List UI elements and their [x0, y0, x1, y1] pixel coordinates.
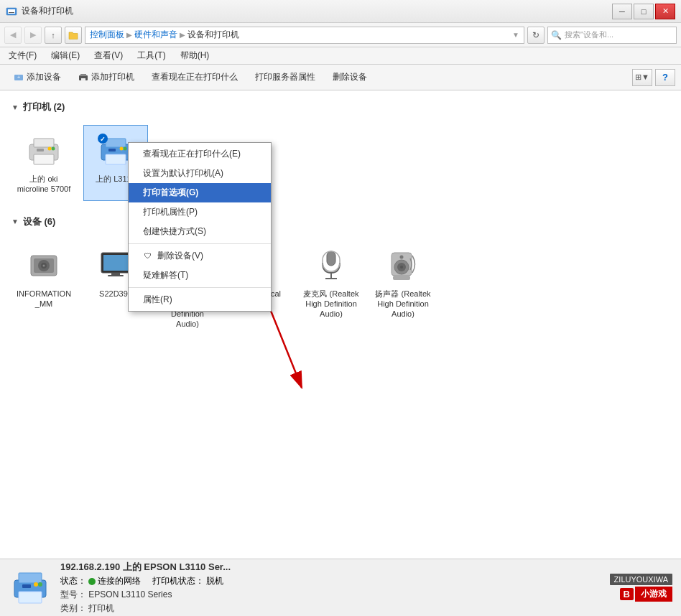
view-print-queue-button[interactable]: 查看现在正在打印什么 — [144, 67, 246, 88]
device-label-info-mm: INFORMATION_MM — [15, 289, 73, 309]
search-bar[interactable]: 🔍 搜索"设备和... — [547, 27, 677, 44]
printers-section-title: 打印机 (2) — [23, 101, 65, 113]
device-item-info-mm[interactable]: INFORMATION_MM — [11, 240, 76, 336]
breadcrumb-controlpanel[interactable]: 控制面板 — [90, 29, 124, 41]
svg-rect-28 — [103, 255, 128, 271]
svg-rect-6 — [80, 74, 86, 76]
breadcrumb-current: 设备和打印机 — [187, 29, 239, 41]
add-device-button[interactable]: + 添加设备 — [6, 67, 69, 88]
breadcrumb-dropdown[interactable]: ▼ — [512, 31, 519, 39]
svg-rect-10 — [34, 154, 54, 164]
close-button[interactable]: ✕ — [655, 4, 675, 19]
ctx-delete-icon: 🛡 — [143, 251, 153, 261]
svg-rect-7 — [81, 78, 85, 81]
device-item-speaker[interactable]: 扬声器 (Realtek High Definition Audio) — [371, 240, 435, 336]
status-category: 类别： 打印机 — [60, 602, 114, 615]
devices-section-title: 设备 (6) — [23, 215, 56, 228]
title-bar-controls: ─ □ ✕ — [612, 4, 675, 19]
svg-point-57 — [34, 582, 38, 587]
svg-rect-55 — [22, 584, 31, 588]
minimize-button[interactable]: ─ — [612, 4, 632, 19]
watermark-brand: B — [620, 588, 634, 600]
ctx-printer-props[interactable]: 打印机属性(P) — [129, 202, 271, 222]
menu-bar: 文件(F) 编辑(E) 查看(V) 工具(T) 帮助(H) — [0, 47, 681, 65]
svg-rect-29 — [111, 273, 120, 275]
breadcrumb-hardware[interactable]: 硬件和声音 — [134, 29, 177, 41]
ctx-view-print-queue[interactable]: 查看现在正在打印什么(E) — [129, 144, 271, 164]
svg-rect-41 — [327, 251, 335, 266]
device-item-oki[interactable]: 上的 oki microline 5700f — [11, 125, 76, 201]
device-label-mic: 麦克风 (Realtek High Definition Audio) — [302, 289, 360, 319]
device-icon-mic — [310, 246, 353, 286]
address-bar: ◀ ▶ ↑ 控制面板 ▶ 硬件和声音 ▶ 设备和打印机 ▼ ↻ 🔍 搜索"设备和… — [0, 23, 681, 47]
context-menu: 查看现在正在打印什么(E) 设置为默认打印机(A) 打印首选项(G) 打印机属性… — [128, 142, 272, 312]
device-icon-info-mm — [22, 246, 65, 286]
toolbar: + 添加设备 添加打印机 查看现在正在打印什么 打印服务器属性 删除设备 ⊞▼ … — [0, 65, 681, 90]
window-title: 设备和打印机 — [22, 5, 73, 17]
breadcrumb-sep1: ▶ — [126, 31, 132, 39]
ctx-properties-label: 属性(R) — [143, 294, 172, 306]
menu-file[interactable]: 文件(F) — [6, 48, 40, 63]
svg-point-56 — [38, 582, 42, 587]
status-device-name: 192.168.2.190 上的 EPSON L3110 Ser... — [60, 561, 231, 574]
ctx-delete-label: 删除设备(V) — [157, 250, 203, 262]
view-toggle-button[interactable]: ⊞▼ — [632, 69, 652, 86]
title-bar-left: 设备和打印机 — [6, 5, 73, 17]
status-connection: 状态： 连接的网络 — [60, 575, 141, 587]
back-button[interactable]: ◀ — [4, 27, 22, 44]
device-label-speaker: 扬声器 (Realtek High Definition Audio) — [374, 289, 432, 319]
menu-help[interactable]: 帮助(H) — [177, 48, 213, 63]
svg-point-26 — [43, 265, 45, 267]
watermark-game: 小游戏 — [635, 587, 672, 602]
watermark-text1: ZILUYOUXIWA — [610, 574, 672, 585]
svg-rect-54 — [19, 592, 42, 603]
svg-rect-53 — [19, 573, 42, 583]
svg-text:+: + — [17, 74, 21, 80]
title-bar: 设备和打印机 ─ □ ✕ — [0, 0, 681, 23]
watermark-area: ZILUYOUXIWA B 小游戏 — [610, 574, 672, 602]
watermark-logo: B 小游戏 — [620, 587, 672, 602]
svg-point-18 — [124, 146, 127, 150]
maximize-button[interactable]: □ — [634, 4, 654, 19]
device-item-mic[interactable]: 麦克风 (Realtek High Definition Audio) — [299, 240, 363, 336]
search-icon: 🔍 — [551, 30, 562, 40]
remove-device-button[interactable]: 删除设备 — [325, 67, 375, 88]
svg-point-48 — [400, 266, 403, 269]
ctx-set-default-label: 设置为默认打印机(A) — [143, 167, 223, 179]
devices-collapse-arrow[interactable]: ▼ — [11, 218, 19, 225]
status-label: 状态： — [60, 575, 86, 587]
ctx-properties[interactable]: 属性(R) — [129, 290, 271, 309]
svg-rect-1 — [8, 9, 15, 14]
ctx-delete-device[interactable]: 🛡 删除设备(V) — [129, 246, 271, 266]
svg-point-19 — [120, 146, 124, 150]
folder-icon — [65, 27, 82, 44]
ctx-printer-props-label: 打印机属性(P) — [143, 206, 198, 218]
up-button[interactable]: ↑ — [45, 27, 62, 44]
menu-tools[interactable]: 工具(T) — [134, 48, 168, 63]
breadcrumb-bar[interactable]: 控制面板 ▶ 硬件和声音 ▶ 设备和打印机 ▼ — [85, 27, 524, 44]
ctx-troubleshoot[interactable]: 疑难解答(T) — [129, 266, 271, 285]
toolbar-right: ⊞▼ ? — [632, 69, 675, 86]
print-server-props-button[interactable]: 打印服务器属性 — [247, 67, 323, 88]
svg-rect-50 — [393, 276, 410, 280]
help-button[interactable]: ? — [655, 69, 675, 86]
refresh-button[interactable]: ↻ — [527, 27, 545, 44]
menu-view[interactable]: 查看(V) — [91, 48, 126, 63]
status-model: 型号： EPSON L3110 Series — [60, 589, 172, 601]
menu-edit[interactable]: 编辑(E) — [48, 48, 83, 63]
devices-grid: INFORMATION_MM S22D390 — [11, 234, 670, 342]
ctx-create-shortcut[interactable]: 创建快捷方式(S) — [129, 222, 271, 241]
printers-collapse-arrow[interactable]: ▼ — [11, 103, 19, 111]
ctx-print-preferences[interactable]: 打印首选项(G) — [129, 183, 271, 202]
add-printer-button[interactable]: 添加打印机 — [70, 67, 142, 88]
svg-rect-16 — [106, 154, 126, 164]
add-printer-icon — [78, 73, 88, 83]
svg-rect-30 — [108, 275, 124, 276]
svg-rect-17 — [108, 149, 116, 151]
status-info: 192.168.2.190 上的 EPSON L3110 Ser... 状态： … — [60, 561, 231, 615]
print-status-label: 打印机状态： — [152, 575, 204, 587]
ctx-set-default[interactable]: 设置为默认打印机(A) — [129, 164, 271, 183]
status-print-status: 打印机状态： 脱机 — [152, 575, 223, 587]
device-icon-oki — [22, 131, 65, 171]
forward-button[interactable]: ▶ — [24, 27, 42, 44]
